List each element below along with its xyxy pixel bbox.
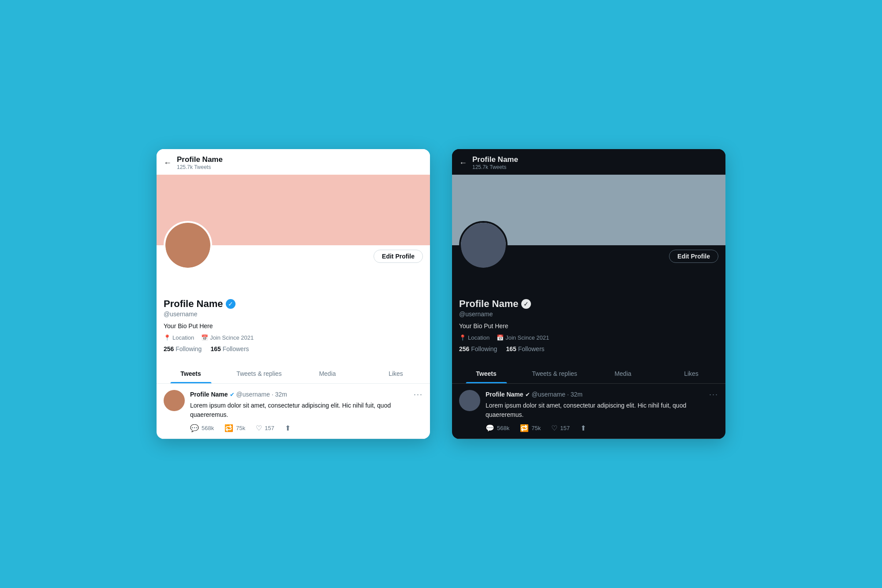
light-profile-name-row: Profile Name ✓ [164, 298, 423, 310]
light-tweet-comment-button[interactable]: 💬 568k [190, 424, 214, 432]
dark-edit-profile-button[interactable]: Edit Profile [669, 250, 718, 263]
dark-tweet-avatar [459, 390, 480, 411]
dark-following-stat[interactable]: 256 Following [459, 345, 497, 352]
dark-tweet-actions: 💬 568k 🔁 75k ♡ 157 ⬆ [486, 424, 718, 432]
dark-profile-card: ← Profile Name 125.7k Tweets Edit Profil… [452, 149, 725, 439]
light-meta-row: 📍 Location 📅 Join Scince 2021 [164, 334, 423, 341]
light-profile-name: Profile Name [164, 298, 223, 310]
light-retweet-icon: 🔁 [224, 424, 233, 432]
light-tab-likes[interactable]: Likes [362, 364, 430, 383]
light-header-tweets: 125.7k Tweets [177, 164, 223, 170]
light-profile-card: ← Profile Name 125.7k Tweets Edit Profil… [157, 149, 430, 439]
light-tweet-share-button[interactable]: ⬆ [285, 424, 291, 432]
dark-comment-count: 568k [497, 425, 509, 431]
dark-username: @username [459, 311, 718, 318]
light-tweet-username-time: @username · 32m [236, 391, 287, 398]
dark-tab-media[interactable]: Media [589, 364, 657, 383]
dark-retweet-icon: 🔁 [520, 424, 529, 432]
dark-tweet-header: Profile Name ✔ @username · 32m ··· [486, 390, 718, 399]
light-tab-media[interactable]: Media [293, 364, 362, 383]
dark-stats-row: 256 Following 165 Followers [459, 345, 718, 352]
dark-tab-tweets-replies[interactable]: Tweets & replies [520, 364, 589, 383]
dark-card-container: ← Profile Name 125.7k Tweets Edit Profil… [452, 149, 725, 439]
light-card-container: ← Profile Name 125.7k Tweets Edit Profil… [157, 149, 430, 439]
light-location-icon: 📍 [164, 334, 171, 341]
light-header: ← Profile Name 125.7k Tweets [157, 149, 430, 175]
light-tweet-verified: ✔ [230, 391, 235, 398]
dark-profile-name-row: Profile Name ✓ [459, 298, 718, 310]
dark-like-count: 157 [560, 425, 570, 431]
light-profile-info: Profile Name ✓ @username Your Bio Put He… [157, 272, 430, 360]
dark-profile-info: Profile Name ✓ @username Your Bio Put He… [452, 272, 725, 360]
light-location-text: Location [172, 334, 194, 341]
light-following-count: 256 [164, 345, 174, 352]
dark-meta-row: 📍 Location 📅 Join Scince 2021 [459, 334, 718, 341]
dark-followers-label: Followers [518, 345, 545, 352]
dark-tweet: Profile Name ✔ @username · 32m ··· Lorem… [452, 384, 725, 439]
light-retweet-count: 75k [236, 425, 245, 431]
dark-tweet-comment-button[interactable]: 💬 568k [486, 424, 509, 432]
dark-tweet-text: Lorem ipsum dolor sit amet, consectetur … [486, 401, 718, 419]
dark-tweet-retweet-button[interactable]: 🔁 75k [520, 424, 541, 432]
light-following-label: Following [176, 345, 202, 352]
dark-location-meta: 📍 Location [459, 334, 490, 341]
back-arrow-light[interactable]: ← [164, 158, 172, 168]
light-followers-label: Followers [223, 345, 249, 352]
dark-header-tweets: 125.7k Tweets [472, 164, 518, 170]
dark-followers-stat[interactable]: 165 Followers [506, 345, 544, 352]
dark-header: ← Profile Name 125.7k Tweets [452, 149, 725, 175]
dark-verified-badge: ✓ [521, 299, 531, 309]
light-tweet-avatar [164, 390, 185, 411]
light-tweet-actions: 💬 568k 🔁 75k ♡ 157 ⬆ [190, 424, 423, 432]
light-join-meta: 📅 Join Scince 2021 [201, 334, 254, 341]
light-following-stat[interactable]: 256 Following [164, 345, 202, 352]
light-bio: Your Bio Put Here [164, 322, 423, 331]
light-tab-tweets[interactable]: Tweets [157, 364, 225, 383]
light-join-text: Join Scince 2021 [210, 334, 254, 341]
dark-header-profile-name: Profile Name [472, 155, 518, 164]
light-header-profile-name: Profile Name [177, 155, 223, 164]
dark-tab-tweets[interactable]: Tweets [452, 364, 520, 383]
light-heart-icon: ♡ [256, 424, 262, 432]
dark-following-count: 256 [459, 345, 469, 352]
light-tweet-content: Profile Name ✔ @username · 32m ··· Lorem… [190, 390, 423, 432]
light-tweet-header: Profile Name ✔ @username · 32m ··· [190, 390, 423, 399]
dark-avatar [461, 223, 506, 268]
light-verified-badge: ✓ [226, 299, 235, 309]
dark-tweet-like-button[interactable]: ♡ 157 [551, 424, 570, 432]
dark-location-icon: 📍 [459, 334, 466, 341]
light-tweet-time: · 32m [272, 391, 287, 398]
light-tweet-like-button[interactable]: ♡ 157 [256, 424, 274, 432]
light-edit-profile-button[interactable]: Edit Profile [374, 250, 423, 263]
dark-comment-icon: 💬 [486, 424, 494, 432]
dark-profile-name: Profile Name [459, 298, 519, 310]
dark-tweet-more-button[interactable]: ··· [709, 390, 718, 399]
light-tabs: Tweets Tweets & replies Media Likes [157, 364, 430, 384]
light-comment-count: 568k [202, 425, 214, 431]
light-tweet-retweet-button[interactable]: 🔁 75k [224, 424, 245, 432]
light-stats-row: 256 Following 165 Followers [164, 345, 423, 352]
dark-tweet-name: Profile Name [486, 391, 523, 398]
back-arrow-dark[interactable]: ← [459, 158, 467, 168]
light-followers-count: 165 [210, 345, 220, 352]
dark-bio: Your Bio Put Here [459, 322, 718, 331]
light-tweet-more-button[interactable]: ··· [414, 390, 423, 399]
light-followers-stat[interactable]: 165 Followers [210, 345, 249, 352]
light-tweet-text: Lorem ipsum dolor sit amet, consectetur … [190, 401, 423, 419]
light-avatar-area: Edit Profile [157, 245, 430, 272]
dark-tweet-content: Profile Name ✔ @username · 32m ··· Lorem… [486, 390, 718, 432]
dark-tweet-share-button[interactable]: ⬆ [580, 424, 586, 432]
light-tab-tweets-replies[interactable]: Tweets & replies [225, 364, 293, 383]
light-tweet-name-row: Profile Name ✔ @username · 32m [190, 391, 287, 398]
dark-tab-likes[interactable]: Likes [657, 364, 725, 383]
light-header-info: Profile Name 125.7k Tweets [177, 155, 223, 170]
light-tweet: Profile Name ✔ @username · 32m ··· Lorem… [157, 384, 430, 439]
dark-tweet-at-username: @username [532, 391, 565, 398]
dark-tweet-username-time: @username · 32m [532, 391, 583, 398]
dark-join-meta: 📅 Join Scince 2021 [497, 334, 549, 341]
dark-tabs: Tweets Tweets & replies Media Likes [452, 364, 725, 384]
light-like-count: 157 [265, 425, 274, 431]
light-avatar [165, 223, 210, 268]
dark-retweet-count: 75k [531, 425, 541, 431]
light-tweet-at-username: @username [236, 391, 270, 398]
